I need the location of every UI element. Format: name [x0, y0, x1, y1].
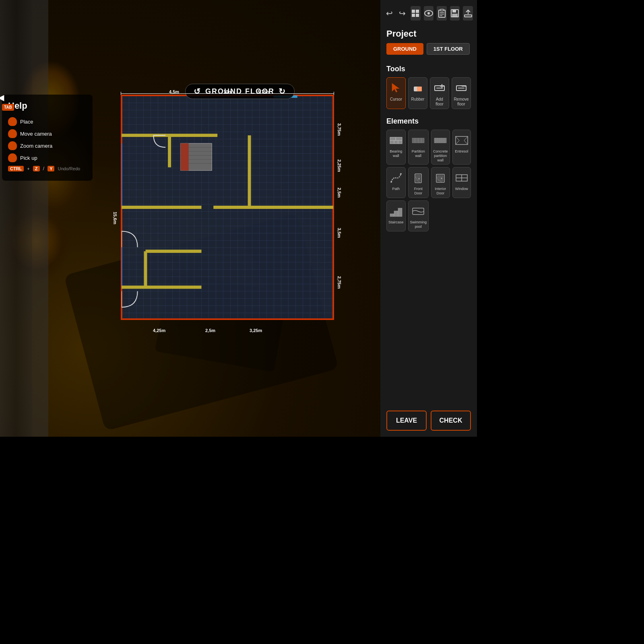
eye-button[interactable] — [424, 6, 434, 21]
svg-line-70 — [464, 140, 468, 144]
floor-label-arrow-right[interactable]: ↻ — [279, 87, 286, 96]
remove-floor-icon — [454, 81, 469, 95]
front-door-label: Front Door — [410, 187, 427, 196]
dim-tick-left — [121, 92, 121, 95]
rubber-icon — [411, 81, 425, 95]
floor-label: ↺ GROUND FLOOR ↻ — [185, 84, 295, 99]
bearing-wall-icon — [389, 133, 403, 148]
svg-point-72 — [400, 173, 402, 175]
svg-rect-82 — [390, 214, 394, 217]
svg-rect-84 — [398, 208, 402, 217]
svg-rect-27 — [416, 14, 419, 17]
rubber-label: Rubber — [411, 97, 425, 102]
svg-rect-31 — [440, 9, 444, 11]
remove-floor-tool[interactable]: Remove floor — [452, 77, 471, 109]
dim-right-mid3: 3,5m — [337, 228, 342, 238]
undo-button[interactable]: ↩ — [384, 6, 394, 21]
svg-rect-37 — [452, 14, 458, 17]
help-row-place: Place — [8, 117, 87, 126]
rubber-tool[interactable]: Rubber — [408, 77, 427, 109]
add-floor-icon — [432, 81, 447, 95]
interior-door-icon — [433, 171, 448, 185]
leave-button[interactable]: LEAVE — [386, 411, 427, 431]
partition-wall-element[interactable]: Partition wall — [408, 130, 429, 165]
svg-line-68 — [456, 140, 459, 144]
dim-bottom-left: 4,25m — [153, 328, 165, 333]
dim-arrow-top — [121, 93, 334, 94]
upload-button[interactable] — [463, 6, 473, 21]
floor-plan[interactable] — [121, 95, 334, 320]
right-panel: ↩ ↪ — [380, 0, 477, 437]
concrete-partition-element[interactable]: Concrete partition wall — [431, 130, 450, 165]
cursor-icon — [389, 81, 403, 95]
check-button[interactable]: CHECK — [431, 411, 471, 431]
front-door-element[interactable]: Front Door — [408, 167, 429, 198]
interior-door-element[interactable]: Interior Door — [431, 167, 450, 198]
project-section: Project GROUND 1ST FLOOR — [380, 25, 477, 65]
swimming-pool-icon — [411, 204, 425, 219]
back-arrow[interactable]: ◀ — [0, 93, 4, 102]
toolbar-icons: ↩ ↪ — [380, 0, 477, 25]
grid-button[interactable] — [411, 6, 421, 21]
floor-label-arrow-left[interactable]: ↺ — [194, 87, 201, 96]
svg-rect-25 — [416, 10, 419, 13]
path-element[interactable]: Path — [386, 167, 406, 198]
svg-rect-77 — [437, 175, 444, 182]
entresol-label: Entresol — [455, 149, 468, 154]
z-key: Z — [33, 166, 40, 171]
svg-rect-66 — [456, 136, 468, 144]
dim-right-mid2: 2,5m — [337, 188, 342, 198]
clipboard-button[interactable] — [437, 6, 447, 21]
mouse-icon-move — [8, 129, 17, 138]
y-key: Y — [47, 166, 54, 171]
help-row-zoom: Zoom camera — [8, 141, 87, 150]
add-floor-tool[interactable]: Add floor — [430, 77, 449, 109]
bearing-wall-label: Bearing wall — [388, 149, 404, 158]
path-label: Path — [392, 187, 400, 191]
help-panel: ◀ Help Place Move camera Zoom camera Pic… — [2, 95, 93, 181]
save-button[interactable] — [450, 6, 460, 21]
dim-right-top: 3,75m — [337, 123, 342, 136]
svg-rect-83 — [394, 211, 398, 217]
bottom-letterbox — [0, 437, 644, 644]
svg-point-71 — [390, 181, 392, 183]
svg-rect-42 — [417, 87, 422, 91]
svg-rect-74 — [416, 175, 421, 182]
floor-tab-1st[interactable]: 1ST FLOOR — [427, 43, 470, 55]
mouse-icon-pickup — [8, 153, 17, 162]
entresol-icon — [454, 133, 469, 148]
cursor-tool[interactable]: Cursor — [386, 77, 406, 109]
svg-rect-24 — [412, 10, 415, 13]
svg-rect-36 — [452, 10, 456, 12]
staircase-icon — [389, 204, 403, 219]
tools-grid: Cursor Rubber — [386, 77, 471, 109]
svg-point-29 — [427, 12, 430, 14]
project-title: Project — [386, 29, 471, 39]
interior-door-label: Interior Door — [433, 187, 448, 196]
dim-right-bot: 2,75m — [337, 276, 342, 289]
svg-line-67 — [456, 136, 459, 140]
svg-rect-48 — [458, 87, 464, 89]
dim-bottom-right: 3,25m — [250, 328, 262, 333]
svg-point-78 — [441, 178, 442, 179]
tools-title: Tools — [386, 65, 471, 73]
svg-rect-26 — [412, 14, 415, 17]
help-row-move: Move camera — [8, 129, 87, 138]
bearing-wall-element[interactable]: Bearing wall — [386, 130, 406, 165]
redo-button[interactable]: ↪ — [398, 6, 408, 21]
staircase-label: Staircase — [388, 220, 404, 225]
window-element[interactable]: Window — [452, 167, 471, 198]
staircase-element-btn[interactable]: Staircase — [386, 200, 406, 231]
partition-wall-icon — [411, 133, 425, 148]
dim-left-total: 15,6m — [113, 212, 118, 224]
swimming-pool-element[interactable]: Swimming pool — [408, 200, 429, 231]
entresol-element[interactable]: Entresol — [452, 130, 471, 165]
floor-tab-ground[interactable]: GROUND — [386, 43, 423, 55]
svg-rect-60 — [434, 138, 446, 143]
svg-point-75 — [419, 178, 420, 180]
mouse-icon-place — [8, 117, 17, 126]
help-row-undo: CTRL + Z / Y Undo/Redo — [8, 165, 87, 171]
svg-rect-38 — [464, 15, 472, 17]
window-icon — [454, 171, 469, 185]
tab-button[interactable]: TAB — [2, 104, 14, 111]
